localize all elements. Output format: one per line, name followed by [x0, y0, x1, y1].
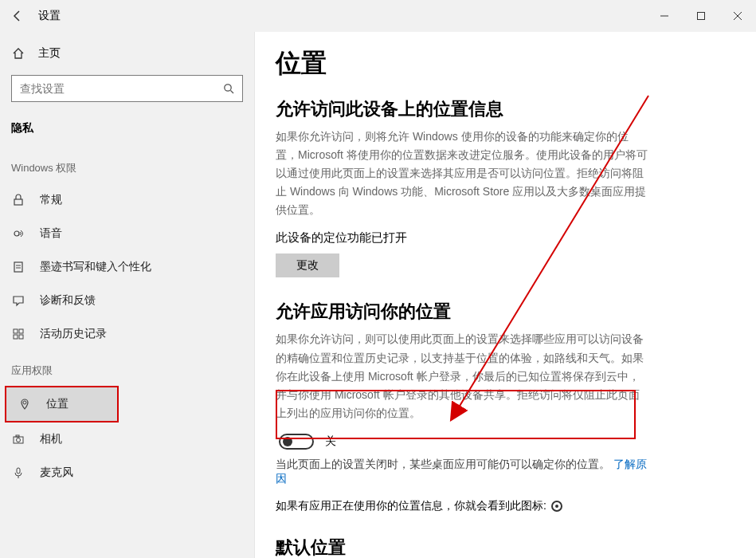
home-link[interactable]: 主页 [0, 40, 254, 67]
search-button[interactable] [215, 83, 242, 94]
nav-activity-label: 活动历史记录 [40, 327, 107, 341]
close-icon [733, 11, 742, 21]
content-area: 位置 允许访问此设备上的位置信息 如果你允许访问，则将允许 Windows 使用… [255, 32, 756, 558]
titlebar: 设置 [0, 0, 756, 32]
location-indicator-line: 如果有应用正在使用你的位置信息，你就会看到此图标: [276, 499, 756, 513]
arrow-left-icon [11, 10, 24, 22]
location-device-status: 此设备的定位功能已打开 [276, 230, 756, 246]
svg-rect-12 [19, 335, 23, 339]
section2-heading: 允许应用访问你的位置 [276, 300, 756, 324]
svg-point-2 [225, 84, 231, 91]
section3-heading: 默认位置 [276, 536, 756, 558]
nav-camera[interactable]: 相机 [0, 422, 254, 456]
nav-camera-label: 相机 [40, 432, 62, 446]
microphone-icon [11, 466, 25, 479]
privacy-heading: 隐私 [0, 121, 254, 148]
minimize-button[interactable] [646, 0, 683, 32]
app-location-toggle[interactable] [279, 434, 314, 450]
section1-heading: 允许访问此设备上的位置信息 [276, 97, 756, 121]
location-indicator-icon [551, 501, 562, 512]
nav-general[interactable]: 常规 [0, 183, 254, 217]
nav-speech[interactable]: 语音 [0, 217, 254, 250]
maximize-icon [696, 11, 706, 21]
page-title: 位置 [276, 46, 756, 81]
speech-icon [11, 227, 25, 240]
toggle-state-label: 关 [325, 434, 336, 449]
svg-rect-1 [698, 13, 705, 20]
minimize-icon [660, 11, 669, 21]
lock-icon [11, 194, 25, 206]
nav-activity[interactable]: 活动历史记录 [0, 317, 254, 351]
window-controls [646, 0, 756, 32]
nav-general-label: 常规 [40, 193, 62, 207]
feedback-icon [11, 294, 25, 307]
nav-inking-label: 墨迹书写和键入个性化 [40, 260, 151, 274]
svg-rect-11 [14, 335, 18, 339]
nav-location-label: 位置 [46, 397, 69, 411]
section-app-permissions: 应用权限 [0, 351, 254, 386]
svg-point-15 [17, 438, 21, 442]
section2-footnote: 当此页面上的设置关闭时，某些桌面应用可能仍可以确定你的位置。 了解原因 [276, 458, 650, 486]
clipboard-icon [11, 261, 25, 273]
home-icon [11, 47, 25, 60]
svg-rect-17 [17, 468, 20, 474]
svg-rect-16 [16, 435, 19, 437]
toggle-knob [283, 437, 292, 446]
svg-rect-4 [14, 199, 22, 205]
nav-location[interactable]: 位置 [6, 387, 117, 421]
section1-description: 如果你允许访问，则将允许 Windows 使用你的设备的功能来确定你的位置，Mi… [276, 128, 650, 219]
camera-icon [11, 433, 25, 446]
section-windows-permissions: Windows 权限 [0, 148, 254, 183]
change-button[interactable]: 更改 [276, 253, 339, 277]
footnote-text: 当此页面上的设置关闭时，某些桌面应用可能仍可以确定你的位置。 [276, 458, 610, 470]
home-label: 主页 [38, 46, 61, 61]
nav-inking[interactable]: 墨迹书写和键入个性化 [0, 250, 254, 284]
svg-rect-6 [14, 262, 22, 272]
svg-rect-9 [14, 329, 18, 333]
svg-rect-10 [19, 329, 23, 333]
search-input[interactable] [12, 82, 215, 95]
section2-description: 如果你允许访问，则可以使用此页面上的设置来选择哪些应用可以访问设备的精确位置和位… [276, 330, 650, 422]
indicator-text: 如果有应用正在使用你的位置信息，你就会看到此图标: [276, 499, 546, 513]
search-box[interactable] [11, 75, 243, 102]
svg-point-13 [23, 401, 26, 404]
nav-speech-label: 语音 [40, 226, 62, 241]
svg-point-5 [14, 231, 19, 236]
nav-microphone[interactable]: 麦克风 [0, 456, 254, 489]
nav-microphone-label: 麦克风 [40, 466, 73, 480]
search-icon [223, 83, 234, 94]
close-button[interactable] [719, 0, 756, 32]
location-icon [18, 398, 32, 411]
nav-diagnostics[interactable]: 诊断和反馈 [0, 284, 254, 317]
nav-diagnostics-label: 诊断和反馈 [40, 293, 96, 308]
maximize-button[interactable] [683, 0, 719, 32]
history-icon [11, 328, 25, 340]
back-button[interactable] [0, 0, 35, 32]
sidebar: 主页 隐私 Windows 权限 常规 语音 墨迹书写和键入个性化 诊断和反馈 [0, 32, 255, 558]
svg-line-3 [231, 91, 234, 94]
app-title: 设置 [38, 9, 61, 23]
